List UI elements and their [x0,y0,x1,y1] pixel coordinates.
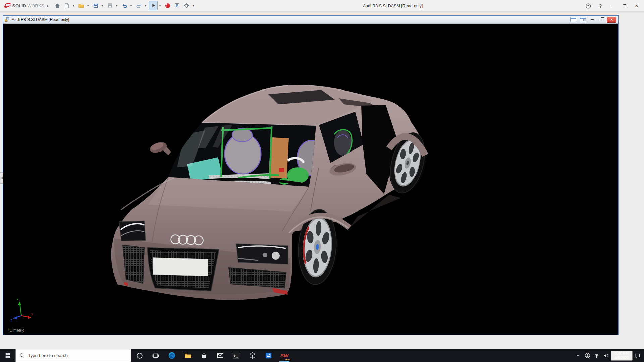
taskbar-clock[interactable]: 3:40 PM 3/5/2021 [611,351,633,361]
document-close-button[interactable]: × [607,17,616,23]
close-icon: × [635,3,638,9]
person-icon [585,353,590,358]
taskbar-search[interactable] [15,349,131,362]
panel-collapse-tab[interactable] [0,172,3,184]
search-input[interactable] [28,353,127,358]
save-dropdown[interactable]: ▾ [100,1,104,10]
open-folder-icon [78,2,85,9]
left-mirror [149,140,171,155]
solidworks-logo: SOLIDWORKS [0,2,46,9]
select-tool-button[interactable] [149,1,158,10]
new-document-dropdown[interactable]: ▾ [71,1,75,10]
new-document-button[interactable] [62,1,71,10]
audi-r8-model[interactable] [3,24,618,335]
wifi-icon [594,353,600,359]
save-button[interactable] [91,1,100,10]
view-orientation-label: *Dimetric [8,328,24,333]
solidworks-app-label: SW [280,353,288,358]
gear-icon [183,2,190,9]
chevron-down-icon: ▾ [86,4,90,7]
clock-time: 3:40 PM [615,351,629,356]
pane-window-icon [570,17,577,22]
file-properties-icon [174,2,180,9]
undo-dropdown[interactable]: ▾ [129,1,133,10]
open-button[interactable] [76,1,86,10]
file-properties-button[interactable] [172,1,181,10]
terminal-button[interactable] [228,349,244,362]
file-explorer-button[interactable] [180,349,196,362]
clock-date: 3/5/2021 [614,356,629,360]
photos-icon [265,352,272,359]
options-button[interactable] [182,1,191,10]
threedexperience-button[interactable] [163,1,172,10]
solidworks-taskbar-button[interactable]: SW 2021 [276,349,292,362]
save-icon [92,2,99,9]
menu-expand-arrow[interactable]: ▸ [47,4,49,8]
document-minimize-button[interactable] [588,17,596,23]
redo-dropdown[interactable]: ▾ [143,1,148,10]
main-toolbar: ▾ ▾ ▾ [53,1,196,10]
triad-z-label: z [10,318,12,322]
tray-account-button[interactable] [583,349,592,362]
terminal-icon [232,352,240,360]
account-button[interactable] [582,0,594,12]
cad-viewer-button[interactable] [244,349,260,362]
pane-split-button[interactable] [579,17,587,23]
minimize-icon [611,6,614,6]
select-arrow-icon [150,2,157,9]
windows-taskbar: SW 2021 3:40 PM 3/5/2021 [0,349,644,362]
solidworks-app-year: 2021 [285,358,290,361]
notification-icon [634,353,640,359]
triad-y-label: y [17,297,18,300]
graphics-viewport[interactable]: y x z *Dimetric [3,24,618,335]
chevron-down-icon: ▾ [158,4,162,7]
help-icon: ? [599,3,602,9]
action-center-button[interactable] [633,349,642,362]
store-button[interactable] [196,349,212,362]
application-header: SOLIDWORKS ▸ ▾ ▾ [0,0,644,12]
mail-button[interactable] [212,349,228,362]
redo-button[interactable] [134,1,143,10]
print-dropdown[interactable]: ▾ [114,1,119,10]
task-view-button[interactable] [148,349,164,362]
chevron-down-icon: ▾ [192,4,195,7]
chevron-down-icon: ▾ [72,4,75,7]
chevron-down-icon: ▾ [129,4,133,7]
minimize-icon [591,19,594,20]
minimize-button[interactable] [606,0,619,12]
print-button[interactable] [105,1,114,10]
triad-x-label: x [31,312,33,316]
home-button[interactable] [53,1,62,10]
edge-icon [168,351,176,360]
cube-icon [249,352,256,359]
volume-button[interactable] [601,349,611,362]
chevron-left-icon [1,177,3,179]
left-intake [123,245,144,283]
maximize-button[interactable] [619,0,631,12]
start-button[interactable] [0,349,15,362]
network-button[interactable] [592,349,601,362]
brand-text-solid: SOLID [12,3,26,8]
chevron-down-icon: ▾ [101,4,104,7]
photos-button[interactable] [260,349,276,362]
pane-layout-button[interactable] [569,17,578,23]
license-plate [153,258,208,276]
open-dropdown[interactable]: ▾ [86,1,90,10]
solidworks-logo-icon [3,2,11,9]
close-button[interactable]: × [631,0,643,12]
document-restore-button[interactable] [597,17,606,23]
show-desktop-button[interactable] [642,349,644,362]
document-titlebar[interactable]: Audi R8 S.SLDASM [Read-only] × [3,16,618,24]
solidworks-app-icon: SW 2021 [279,351,289,361]
undo-button[interactable] [120,1,129,10]
tray-expand-button[interactable] [573,349,583,362]
cortana-button[interactable] [131,349,148,362]
split-window-icon [580,17,586,22]
help-button[interactable]: ? [594,0,606,12]
user-icon [585,3,591,9]
select-tool-dropdown[interactable]: ▾ [158,1,162,10]
edge-button[interactable] [164,349,180,362]
orientation-triad[interactable]: y x z [10,296,34,322]
speaker-icon [603,353,609,359]
options-dropdown[interactable]: ▾ [191,1,195,10]
